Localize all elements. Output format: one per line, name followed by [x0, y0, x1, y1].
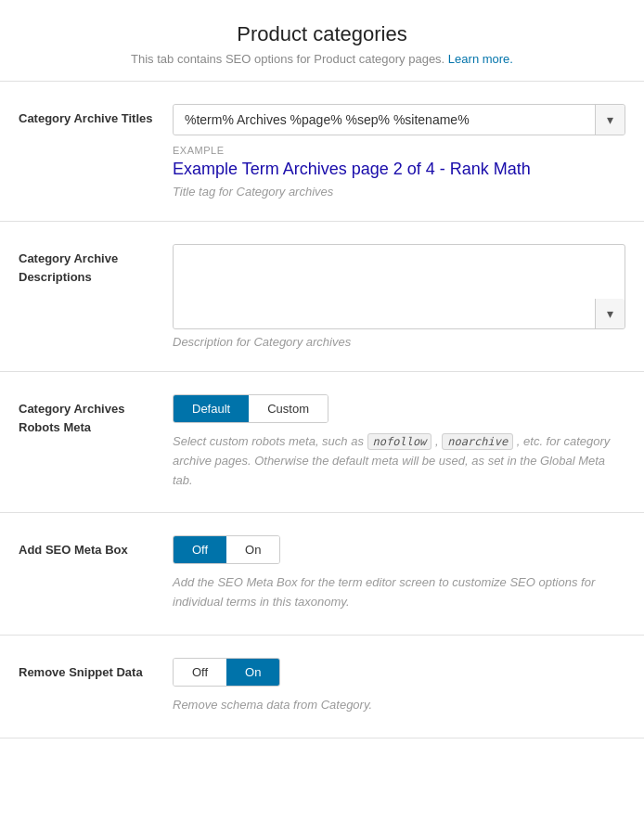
example-title: Example Term Archives page 2 of 4 - Rank…	[173, 160, 625, 179]
page-title: Product categories	[19, 22, 625, 46]
robots-meta-default-btn[interactable]: Default	[174, 395, 249, 422]
page-description: This tab contains SEO options for Produc…	[19, 52, 625, 66]
descriptions-dropdown-btn[interactable]: ▾	[595, 299, 625, 328]
category-archive-descriptions-content: ▾ Description for Category archives	[158, 244, 625, 349]
seo-meta-box-toggle-group: Off On	[173, 535, 280, 564]
category-archive-descriptions-row: Category Archive Descriptions ▾ Descript…	[0, 222, 644, 372]
robots-meta-custom-btn[interactable]: Custom	[249, 395, 328, 422]
robots-meta-toggle-group: Default Custom	[173, 394, 328, 423]
remove-snippet-data-content: Off On Remove schema data from Category.	[158, 658, 625, 715]
descriptions-textarea[interactable]	[174, 245, 595, 328]
category-archives-robots-meta-content: Default Custom Select custom robots meta…	[158, 394, 625, 490]
seo-meta-box-off-btn[interactable]: Off	[174, 536, 226, 563]
titles-field-description: Title tag for Category archives	[173, 185, 625, 199]
descriptions-field-description: Description for Category archives	[173, 335, 625, 349]
titles-dropdown-btn[interactable]: ▾	[595, 105, 625, 135]
seo-meta-box-help-text: Add the SEO Meta Box for the term editor…	[173, 573, 625, 612]
learn-more-link[interactable]: Learn more.	[448, 52, 513, 66]
remove-snippet-data-label: Remove Snippet Data	[19, 658, 158, 682]
snippet-data-off-btn[interactable]: Off	[174, 659, 226, 686]
seo-meta-box-on-btn[interactable]: On	[226, 536, 279, 563]
titles-input[interactable]	[174, 105, 595, 135]
snippet-data-on-btn[interactable]: On	[226, 659, 279, 686]
robots-meta-help-text: Select custom robots meta, such as nofol…	[173, 432, 625, 490]
add-seo-meta-box-label: Add SEO Meta Box	[19, 535, 158, 559]
add-seo-meta-box-row: Add SEO Meta Box Off On Add the SEO Meta…	[0, 513, 644, 636]
snippet-data-help-text: Remove schema data from Category.	[173, 696, 625, 715]
category-archive-titles-row: Category Archive Titles ▾ EXAMPLE Exampl…	[0, 82, 644, 222]
chevron-down-icon: ▾	[607, 112, 613, 127]
category-archive-descriptions-label: Category Archive Descriptions	[19, 244, 158, 286]
category-archives-robots-meta-row: Category Archives Robots Meta Default Cu…	[0, 372, 644, 513]
add-seo-meta-box-content: Off On Add the SEO Meta Box for the term…	[158, 535, 625, 612]
titles-input-wrapper: ▾	[173, 104, 625, 135]
example-label: EXAMPLE	[173, 145, 625, 156]
descriptions-input-wrapper: ▾	[173, 244, 625, 329]
category-archive-titles-content: ▾ EXAMPLE Example Term Archives page 2 o…	[158, 104, 625, 199]
category-archive-titles-label: Category Archive Titles	[19, 104, 158, 128]
category-archives-robots-meta-label: Category Archives Robots Meta	[19, 394, 158, 436]
chevron-down-icon: ▾	[607, 306, 613, 321]
snippet-data-toggle-group: Off On	[173, 658, 280, 687]
nofollow-code: nofollow	[367, 433, 432, 450]
page-header: Product categories This tab contains SEO…	[0, 0, 644, 82]
remove-snippet-data-row: Remove Snippet Data Off On Remove schema…	[0, 636, 644, 739]
noarchive-code: noarchive	[442, 433, 513, 450]
